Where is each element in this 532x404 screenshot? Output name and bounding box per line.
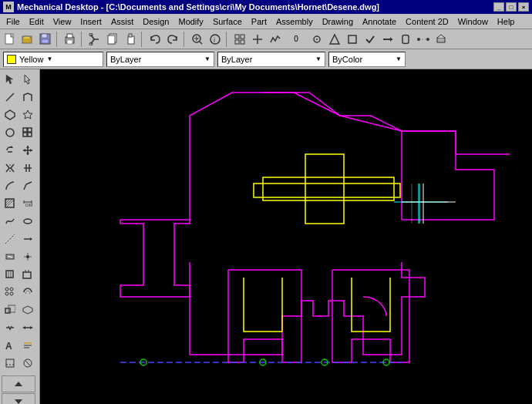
tb-extra3[interactable] bbox=[267, 31, 284, 48]
svg-point-36 bbox=[6, 129, 14, 136]
tb-extra6[interactable] bbox=[397, 31, 414, 48]
linetype1-dropdown[interactable]: ByLayer ▼ bbox=[106, 52, 214, 67]
lt-text[interactable]: A bbox=[2, 337, 19, 354]
lt-point[interactable] bbox=[19, 248, 36, 265]
svg-line-92 bbox=[25, 360, 31, 366]
menu-edit[interactable]: Edit bbox=[25, 14, 49, 29]
lt-select[interactable] bbox=[2, 71, 19, 88]
lt-mirror[interactable] bbox=[2, 160, 19, 177]
tb-extra5[interactable] bbox=[379, 31, 396, 48]
lt-spline[interactable] bbox=[2, 213, 19, 230]
lt-dim[interactable]: DIM bbox=[19, 195, 36, 212]
lt-circle[interactable] bbox=[2, 124, 19, 141]
lt-trim[interactable] bbox=[19, 160, 36, 177]
minimize-button[interactable]: _ bbox=[493, 2, 504, 12]
lt-pick[interactable] bbox=[19, 71, 36, 88]
tb-extra4[interactable] bbox=[362, 31, 379, 48]
tb-extra2[interactable] bbox=[249, 31, 266, 48]
copy-button[interactable] bbox=[104, 31, 121, 48]
svg-line-15 bbox=[200, 42, 202, 44]
color-dropdown[interactable]: ByColor ▼ bbox=[328, 52, 406, 67]
menu-help[interactable]: Help bbox=[493, 14, 520, 29]
lt-xline[interactable] bbox=[2, 231, 19, 247]
lt-scroll-down[interactable] bbox=[2, 393, 35, 404]
toolbar-separator-1 bbox=[56, 32, 59, 47]
menu-design[interactable]: Design bbox=[138, 14, 173, 29]
menu-surface[interactable]: Surface bbox=[208, 14, 247, 29]
svg-rect-72 bbox=[23, 272, 31, 278]
menu-view[interactable]: View bbox=[49, 14, 76, 29]
menu-modify[interactable]: Modify bbox=[173, 14, 207, 29]
menu-drawing[interactable]: Drawing bbox=[318, 14, 358, 29]
svg-rect-26 bbox=[348, 35, 356, 43]
drawing-svg bbox=[40, 69, 532, 404]
svg-line-61 bbox=[5, 234, 15, 244]
lt-star[interactable] bbox=[19, 106, 36, 123]
lt-scroll-up[interactable] bbox=[2, 375, 35, 392]
redo-button[interactable] bbox=[164, 31, 181, 48]
window-controls[interactable]: _ □ × bbox=[493, 2, 529, 12]
properties-button[interactable]: i bbox=[207, 31, 224, 48]
lt-wblock[interactable] bbox=[19, 266, 36, 283]
lt-stretch[interactable] bbox=[19, 301, 36, 318]
tb-extra7[interactable] bbox=[415, 31, 432, 48]
lt-wipeout[interactable] bbox=[2, 248, 19, 265]
lt-array[interactable] bbox=[2, 284, 19, 301]
menu-file[interactable]: File bbox=[2, 14, 25, 29]
tb-snap1[interactable] bbox=[308, 31, 325, 48]
lt-rotate[interactable] bbox=[2, 142, 19, 159]
tb-extra8[interactable] bbox=[433, 31, 450, 48]
svg-point-78 bbox=[10, 292, 13, 295]
lt-break[interactable] bbox=[2, 319, 19, 336]
lt-ellipse[interactable] bbox=[19, 213, 36, 230]
svg-rect-4 bbox=[42, 39, 49, 43]
lt-extra2[interactable] bbox=[19, 355, 36, 372]
menu-assembly[interactable]: Assembly bbox=[271, 14, 318, 29]
save-button[interactable] bbox=[37, 31, 54, 48]
zoom-button[interactable] bbox=[189, 31, 206, 48]
maximize-button[interactable]: □ bbox=[506, 2, 517, 12]
lt-ray[interactable] bbox=[19, 231, 36, 247]
lt-poly[interactable] bbox=[19, 89, 36, 106]
lt-arc[interactable] bbox=[19, 124, 36, 141]
lt-fillet[interactable] bbox=[2, 177, 19, 194]
lt-line[interactable] bbox=[2, 89, 19, 106]
layer-dropdown[interactable]: Yellow ▼ bbox=[3, 52, 103, 67]
lt-block[interactable] bbox=[2, 266, 19, 283]
lt-offset[interactable] bbox=[19, 284, 36, 301]
lt-hatch[interactable] bbox=[2, 195, 19, 212]
tb-snap3[interactable] bbox=[344, 31, 361, 48]
cut-button[interactable] bbox=[86, 31, 103, 48]
svg-marker-63 bbox=[30, 237, 32, 241]
open-button[interactable] bbox=[19, 31, 36, 48]
lt-scale[interactable] bbox=[2, 301, 19, 318]
menu-insert[interactable]: Insert bbox=[76, 14, 106, 29]
menu-assist[interactable]: Assist bbox=[106, 14, 138, 29]
menu-window[interactable]: Window bbox=[453, 14, 493, 29]
undo-button[interactable] bbox=[146, 31, 163, 48]
menu-annotate[interactable]: Annotate bbox=[358, 14, 401, 29]
layer-name: Yellow bbox=[19, 55, 43, 64]
tb-snap2[interactable] bbox=[326, 31, 343, 48]
close-button[interactable]: × bbox=[518, 2, 529, 12]
paste-button[interactable] bbox=[122, 31, 139, 48]
tb-extra1[interactable] bbox=[231, 31, 248, 48]
lt-lengthen[interactable] bbox=[19, 319, 36, 336]
new-button[interactable] bbox=[2, 31, 19, 48]
menu-content2d[interactable]: Content 2D bbox=[401, 14, 453, 29]
lt-move[interactable] bbox=[19, 142, 36, 159]
color-arrow: ▼ bbox=[396, 56, 402, 62]
svg-text:A: A bbox=[5, 341, 12, 351]
lt-rect[interactable] bbox=[2, 106, 19, 123]
menu-part[interactable]: Part bbox=[247, 14, 271, 29]
drawing-canvas-area[interactable] bbox=[40, 69, 532, 404]
linetype2-dropdown[interactable]: ByLayer ▼ bbox=[217, 52, 325, 67]
print-button[interactable] bbox=[62, 31, 79, 48]
svg-point-30 bbox=[417, 38, 420, 41]
svg-rect-89 bbox=[6, 359, 14, 367]
svg-marker-93 bbox=[15, 382, 22, 386]
menu-bar: File Edit View Insert Assist Design Modi… bbox=[0, 14, 532, 29]
lt-chamfer[interactable] bbox=[19, 177, 36, 194]
lt-mtext[interactable] bbox=[19, 337, 36, 354]
lt-extra1[interactable] bbox=[2, 355, 19, 372]
